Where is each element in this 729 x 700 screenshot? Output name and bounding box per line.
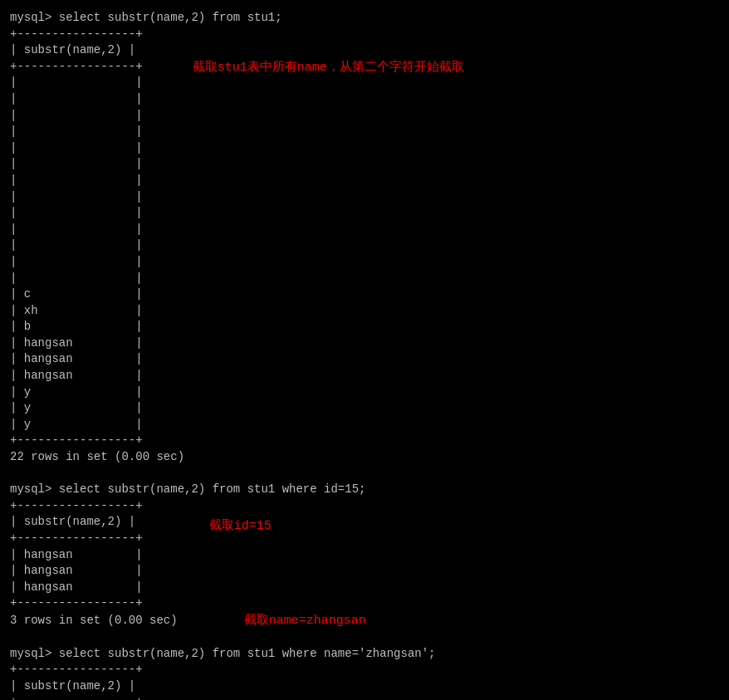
data-row: | y | <box>10 417 143 433</box>
data-row: | hangsan | <box>10 351 143 368</box>
block1-header-sep: +-----------------+ <box>10 59 143 76</box>
block2-header-sep: +-----------------+ <box>10 531 143 547</box>
block3-header: | substr(name,2) | <box>10 678 719 695</box>
block1-header: | substr(name,2) | <box>10 42 143 59</box>
data-row: | hangsan | <box>10 580 143 596</box>
empty-row: | | <box>10 108 143 125</box>
data-row: | b | <box>10 319 143 335</box>
block3-table-top: +-----------------+ <box>10 662 719 678</box>
empty-row: | | <box>10 75 143 91</box>
data-row: | hangsan | <box>10 547 143 564</box>
block3-prompt: mysql> select substr(name,2) from stu1 w… <box>10 646 719 663</box>
data-row: | y | <box>10 400 143 417</box>
empty-row: | | <box>10 205 143 222</box>
block1-table-top: +-----------------+ <box>10 27 719 43</box>
block2-summary: 3 rows in set (0.00 sec) <box>10 613 178 629</box>
annotation1: 截取stu1表中所有name，从第二个字符开始截取 <box>193 59 464 76</box>
data-row: | hangsan | <box>10 368 143 384</box>
data-row: | xh | <box>10 303 143 320</box>
data-row: | hangsan | <box>10 335 143 352</box>
empty-row: | | <box>10 173 143 189</box>
annotation3: 截取name=zhangsan <box>244 612 366 629</box>
terminal: mysql> select substr(name,2) from stu1; … <box>7 7 722 700</box>
empty-row: | | <box>10 156 143 173</box>
empty-row: | | <box>10 237 143 254</box>
empty-row: | | <box>10 91 143 108</box>
empty-row: | | <box>10 254 143 271</box>
block1-summary: 22 rows in set (0.00 sec) <box>10 449 719 466</box>
empty-row: | | <box>10 124 143 140</box>
annotation2: 截取id=15 <box>209 517 272 535</box>
empty-row: | | <box>10 140 143 157</box>
block2-table-top: +-----------------+ <box>10 498 719 515</box>
empty-row: | | <box>10 271 143 287</box>
block2-table-bottom: +-----------------+ <box>10 595 719 612</box>
data-row: | y | <box>10 384 143 401</box>
block2-header: | substr(name,2) | <box>10 514 143 531</box>
empty-row: | | <box>10 222 143 238</box>
empty-row: | | <box>10 189 143 206</box>
block1-prompt: mysql> select substr(name,2) from stu1; <box>10 10 719 27</box>
block3-header-sep: +-----------------+ <box>10 694 719 700</box>
block2-prompt: mysql> select substr(name,2) from stu1 w… <box>10 482 719 498</box>
data-row: | hangsan | <box>10 563 143 580</box>
data-row: | c | <box>10 286 143 303</box>
block1-table-bottom: +-----------------+ <box>10 433 719 449</box>
